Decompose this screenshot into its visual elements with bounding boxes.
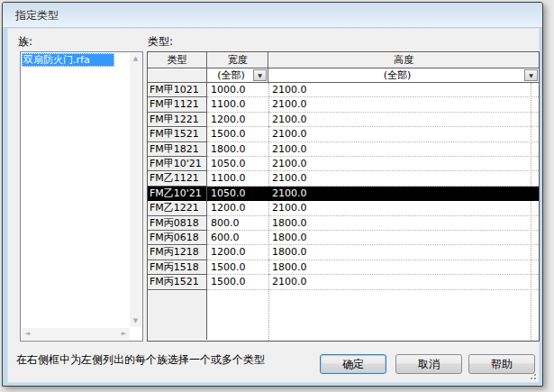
height-cell: 2100.0: [268, 201, 539, 215]
table-row[interactable]: FM乙10'211050.02100.0: [148, 187, 539, 201]
height-cell: 2100.0: [268, 157, 539, 171]
family-vertical-scrollbar[interactable]: ▲ ▼: [130, 53, 141, 327]
table-row[interactable]: FM乙12211200.02100.0: [148, 201, 539, 215]
table-row[interactable]: FM甲12211200.02100.0: [148, 113, 539, 127]
height-cell: 1800.0: [268, 245, 539, 260]
width-cell: 1200.0: [207, 201, 268, 215]
type-cell: FM乙10'21: [148, 187, 207, 201]
type-cell: FM甲1121: [148, 97, 207, 112]
height-cell: 2100.0: [268, 97, 539, 112]
height-cell: 2100.0: [268, 142, 539, 157]
height-cell: 2100.0: [268, 113, 539, 127]
width-cell: 1500.0: [207, 260, 268, 275]
column-divider: [531, 83, 531, 341]
width-cell: 1800.0: [207, 142, 268, 157]
height-cell: 1800.0: [268, 216, 539, 231]
table-row[interactable]: FM丙12181200.01800.0: [148, 245, 539, 260]
column-divider: [268, 83, 269, 341]
type-cell: FM甲1221: [148, 113, 207, 127]
type-cell: FM乙1121: [148, 171, 207, 186]
table-row[interactable]: FM丙15181500.01800.0: [148, 260, 539, 275]
table-row[interactable]: FM乙11211100.02100.0: [148, 171, 539, 186]
dialog-content: 族: 类型: 双扇防火门.rfa ▲ ▼ ◄ ► 类型 宽度 高度 (全部) ▼: [7, 28, 540, 383]
type-cell: FM丙1218: [148, 245, 207, 260]
table-row[interactable]: FM丙15211500.02100.0: [148, 275, 539, 289]
width-cell: 1050.0: [207, 187, 268, 201]
width-cell: 1200.0: [207, 113, 268, 127]
help-button[interactable]: 帮助: [468, 354, 535, 374]
ok-button[interactable]: 确定: [320, 354, 386, 374]
type-cell: FM丙1518: [148, 260, 207, 275]
width-cell: 1200.0: [207, 245, 268, 260]
table-row[interactable]: FM甲10211000.02100.0: [148, 83, 539, 97]
height-cell: 2100.0: [268, 275, 539, 289]
family-listbox[interactable]: 双扇防火门.rfa ▲ ▼ ◄ ►: [20, 51, 143, 342]
width-cell: 1100.0: [207, 171, 268, 186]
scroll-up-icon[interactable]: ▲: [130, 53, 141, 65]
scroll-right-icon[interactable]: ►: [118, 328, 130, 340]
type-cell: FM甲1021: [148, 83, 207, 97]
screen: { "window": { "title": "指定类型" }, "panel"…: [0, 0, 554, 392]
table-row[interactable]: FM丙0818800.01800.0: [148, 216, 539, 231]
resize-grip-icon[interactable]: [526, 369, 536, 379]
dialog-title: 指定类型: [15, 8, 59, 23]
width-cell: 1500.0: [207, 127, 268, 141]
hint-text: 在右侧框中为左侧列出的每个族选择一个或多个类型: [16, 352, 265, 368]
height-cell: 1800.0: [268, 260, 539, 275]
type-grid: 类型 宽度 高度 (全部) ▼ (全部) ▼ FM甲10211000.02100…: [147, 51, 540, 342]
width-cell: 600.0: [207, 231, 268, 245]
table-row[interactable]: FM丙0618600.01800.0: [148, 231, 539, 245]
height-cell: 2100.0: [268, 83, 539, 97]
width-cell: 1000.0: [207, 83, 268, 97]
family-horizontal-scrollbar[interactable]: ◄ ►: [22, 328, 130, 340]
dialog-window: 指定类型 族: 类型: 双扇防火门.rfa ▲ ▼ ◄ ► 类型 宽度 高度 (…: [2, 2, 543, 387]
height-cell: 2100.0: [268, 187, 539, 201]
scroll-left-icon[interactable]: ◄: [22, 328, 33, 340]
type-cell: FM丙0618: [148, 231, 207, 245]
empty-row-header: [148, 290, 207, 340]
type-cell: FM丙0818: [148, 216, 207, 231]
height-cell: 2100.0: [268, 127, 539, 141]
type-cell: FM乙1221: [148, 201, 207, 215]
width-cell: 1100.0: [207, 97, 268, 112]
type-cell: FM丙1521: [148, 275, 207, 289]
family-label: 族:: [18, 34, 32, 50]
width-cell: 1050.0: [207, 157, 268, 171]
table-row[interactable]: FM甲15211500.02100.0: [148, 127, 539, 141]
height-cell: 2100.0: [268, 171, 539, 186]
scroll-down-icon[interactable]: ▼: [130, 315, 141, 327]
title-bar[interactable]: 指定类型: [3, 3, 542, 28]
type-cell: FM甲10'21: [148, 157, 207, 171]
table-row[interactable]: FM甲11211100.02100.0: [148, 97, 539, 112]
type-cell: FM甲1521: [148, 127, 207, 141]
type-cell: FM甲1821: [148, 142, 207, 157]
type-label: 类型:: [148, 34, 173, 50]
table-row[interactable]: FM甲10'211050.02100.0: [148, 157, 539, 171]
width-cell: 800.0: [207, 216, 268, 231]
table-row[interactable]: FM甲18211800.02100.0: [148, 142, 539, 157]
width-cell: 1500.0: [207, 275, 268, 289]
cancel-button[interactable]: 取消: [395, 354, 462, 374]
family-item[interactable]: 双扇防火门.rfa: [22, 53, 114, 67]
height-cell: 1800.0: [268, 231, 539, 245]
